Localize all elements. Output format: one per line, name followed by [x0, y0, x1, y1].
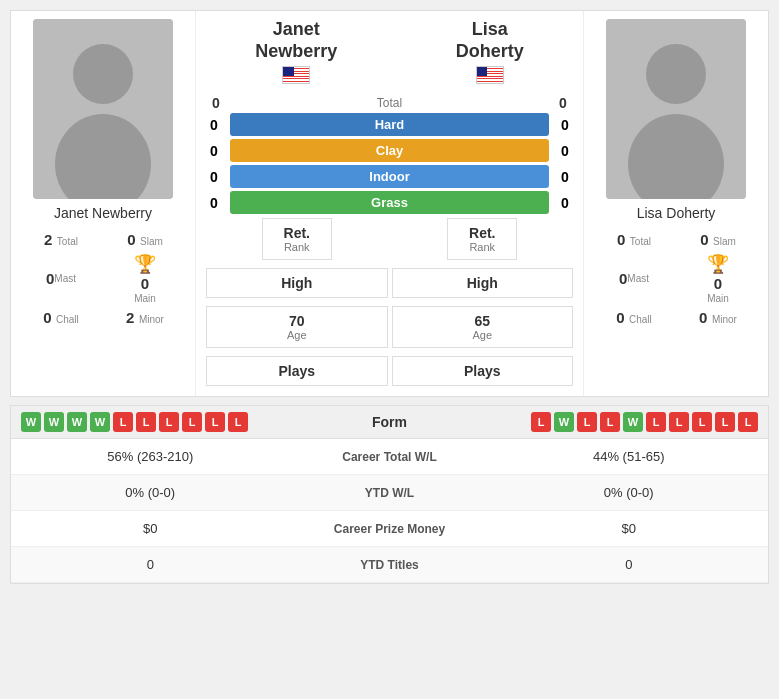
player1-mast-stat: 0 Mast: [19, 251, 103, 307]
player2-high-box: High: [392, 268, 574, 298]
svg-point-4: [646, 44, 706, 104]
surface-section: 0 Hard 0 0 Clay 0 0 Indoor 0 0 Grass: [196, 113, 583, 214]
rank-high-row: Ret. Rank Ret. Rank: [196, 214, 583, 264]
p2-form-10: L: [738, 412, 758, 432]
svg-point-1: [73, 44, 133, 104]
career-wl-row: 56% (263-210) Career Total W/L 44% (51-6…: [11, 439, 768, 475]
p1-form-10: L: [228, 412, 248, 432]
player1-column: Janet Newberry 2 Total 0 Slam 0 Mast 🏆: [11, 11, 196, 396]
player1-slam-stat: 0 Slam: [103, 229, 187, 251]
p1-form-1: W: [21, 412, 41, 432]
hard-row: 0 Hard 0: [204, 113, 575, 136]
p1-form-4: W: [90, 412, 110, 432]
player1-trophy: 🏆 0 Main: [103, 251, 187, 307]
p1-form-8: L: [182, 412, 202, 432]
prize-money-label: Career Prize Money: [290, 512, 490, 546]
p1-form-7: L: [159, 412, 179, 432]
player2-flag: [456, 66, 524, 89]
player1-form: W W W W L L L L L L: [21, 412, 248, 432]
p2-form-8: L: [692, 412, 712, 432]
p2-prize-money: $0: [490, 511, 769, 546]
p2-form-3: L: [577, 412, 597, 432]
p1-form-9: L: [205, 412, 225, 432]
p2-ytd-wl: 0% (0-0): [490, 475, 769, 510]
p2-ytd-titles: 0: [490, 547, 769, 582]
player2-age-box: 65 Age: [392, 306, 574, 348]
bottom-section: W W W W L L L L L L Form L W L L W L L L: [10, 405, 769, 584]
player1-plays-box: Plays: [206, 356, 388, 386]
main-container: Janet Newberry 2 Total 0 Slam 0 Mast 🏆: [0, 0, 779, 594]
grass-row: 0 Grass 0: [204, 191, 575, 214]
p1-career-wl: 56% (263-210): [11, 439, 290, 474]
player1-trophy-icon: 🏆: [134, 253, 156, 275]
player1-chall-stat: 0 Chall: [19, 307, 103, 329]
p2-form-6: L: [646, 412, 666, 432]
form-section: W W W W L L L L L L Form L W L L W L L L: [11, 406, 768, 439]
player1-avatar: [33, 19, 173, 199]
player2-rank-box: Ret. Rank: [447, 218, 517, 260]
player1-age-box: 70 Age: [206, 306, 388, 348]
player2-trophy-icon: 🏆: [707, 253, 729, 275]
player1-total-stat: 2 Total: [19, 229, 103, 251]
p1-ytd-titles: 0: [11, 547, 290, 582]
player1-name: Janet Newberry: [54, 205, 152, 221]
player2-minor-stat: 0 Minor: [676, 307, 760, 329]
p1-prize-money: $0: [11, 511, 290, 546]
p2-form-7: L: [669, 412, 689, 432]
p1-form-6: L: [136, 412, 156, 432]
player2-plays-box: Plays: [392, 356, 574, 386]
indoor-row: 0 Indoor 0: [204, 165, 575, 188]
ytd-titles-label: YTD Titles: [290, 548, 490, 582]
p2-form-2: W: [554, 412, 574, 432]
player2-column: Lisa Doherty 0 Total 0 Slam 0 Mast 🏆 0: [583, 11, 768, 396]
high-row: High High: [196, 264, 583, 302]
p1-ytd-wl: 0% (0-0): [11, 475, 290, 510]
career-wl-label: Career Total W/L: [290, 440, 490, 474]
comparison-panel: Janet Newberry 2 Total 0 Slam 0 Mast 🏆: [10, 10, 769, 397]
p2-form-5: W: [623, 412, 643, 432]
p2-form-9: L: [715, 412, 735, 432]
player2-mast-stat: 0 Mast: [592, 251, 676, 307]
player2-chall-stat: 0 Chall: [592, 307, 676, 329]
player1-center-name: Janet Newberry: [255, 19, 337, 89]
p2-career-wl: 44% (51-65): [490, 439, 769, 474]
p1-form-2: W: [44, 412, 64, 432]
player2-center-name: Lisa Doherty: [456, 19, 524, 89]
player2-avatar: [606, 19, 746, 199]
player1-rank-box: Ret. Rank: [262, 218, 332, 260]
center-col: Janet Newberry Lisa Doherty: [196, 11, 583, 396]
player1-flag: [255, 66, 337, 89]
p1-form-3: W: [67, 412, 87, 432]
plays-row: Plays Plays: [196, 352, 583, 396]
ytd-titles-row: 0 YTD Titles 0: [11, 547, 768, 583]
player1-high-box: High: [206, 268, 388, 298]
ytd-wl-row: 0% (0-0) YTD W/L 0% (0-0): [11, 475, 768, 511]
player2-trophy: 🏆 0 Main: [676, 251, 760, 307]
prize-money-row: $0 Career Prize Money $0: [11, 511, 768, 547]
player2-form: L W L L W L L L L L: [531, 412, 758, 432]
form-label: Form: [372, 414, 407, 430]
p1-form-5: L: [113, 412, 133, 432]
center-names-row: Janet Newberry Lisa Doherty: [196, 11, 583, 93]
player1-minor-stat: 2 Minor: [103, 307, 187, 329]
player1-stats: 2 Total 0 Slam 0 Mast 🏆 0 Main: [19, 229, 187, 329]
age-row: 70 Age 65 Age: [196, 302, 583, 352]
clay-row: 0 Clay 0: [204, 139, 575, 162]
ytd-wl-label: YTD W/L: [290, 476, 490, 510]
total-row: 0 Total 0: [196, 93, 583, 113]
p2-form-4: L: [600, 412, 620, 432]
p2-form-1: L: [531, 412, 551, 432]
player2-name: Lisa Doherty: [637, 205, 716, 221]
player2-total-stat: 0 Total: [592, 229, 676, 251]
player2-stats: 0 Total 0 Slam 0 Mast 🏆 0 Main 0: [592, 229, 760, 329]
player2-slam-stat: 0 Slam: [676, 229, 760, 251]
